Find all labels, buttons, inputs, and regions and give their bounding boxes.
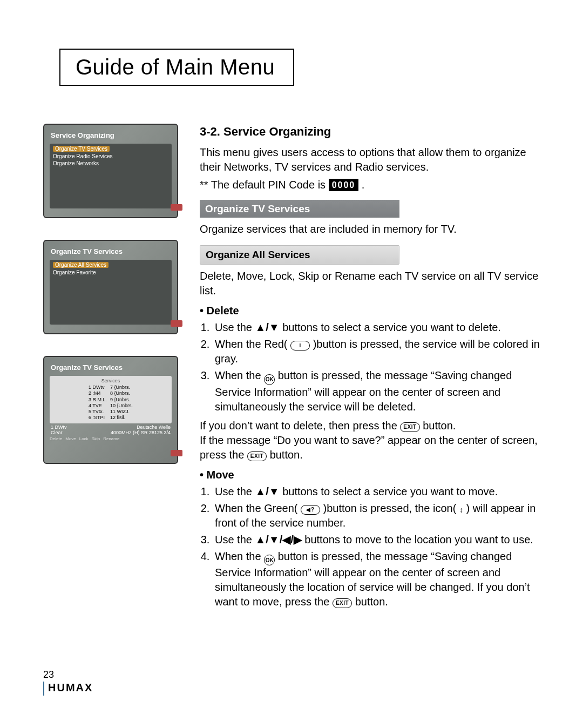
list-item: 5 TVtx. [89, 409, 107, 415]
screenshot1-item: Organize Radio Services [53, 153, 168, 160]
move-indicator-icon: ↕ [459, 506, 463, 514]
list-item: 3 R.M.L. [89, 397, 107, 403]
text: button. [270, 449, 303, 461]
screenshot3-right-col: 7 {Unbrs. 8 {Unbrs. 9 {Unbrs. 10 {Unbrs.… [110, 385, 133, 421]
list-item: 4 TVE [89, 403, 107, 409]
btn-delete: Delete [50, 436, 62, 441]
up-down-arrows-icon: ▲/▼ [255, 321, 279, 333]
text: buttons to move to the location you want… [304, 534, 533, 545]
list-item: 9 {Unbrs. [110, 397, 133, 403]
screenshot-badge [171, 450, 182, 456]
move-step-3: Use the ▲/▼/◀/▶ buttons to move to the l… [213, 532, 540, 547]
pin-prefix: ** The default PIN Code is [200, 179, 329, 191]
text: Use the [215, 486, 255, 497]
move-step-2: When the Green( ◀? )button is pressed, t… [213, 501, 540, 530]
up-down-arrows-icon: ▲/▼ [255, 486, 279, 497]
screenshot1-item-selected: Organize TV Services [53, 146, 110, 152]
screenshot-organize-tv-services-menu: Organize TV Services Organize All Servic… [43, 240, 178, 334]
intro-paragraph: This menu gives users access to options … [200, 145, 540, 174]
page-number: 23 [43, 669, 93, 680]
page-title: Guide of Main Menu [59, 49, 290, 86]
green-button-icon: ◀? [301, 505, 320, 515]
list-item: 6 :STPI [89, 415, 107, 421]
screenshot2-item: Organize Favorite [53, 269, 168, 276]
text: When the Red( [215, 338, 290, 350]
screenshots-column: Service Organizing Organize TV Services … [43, 124, 178, 611]
brand-row: HUMAX [43, 682, 93, 696]
delete-heading: Delete [200, 304, 540, 318]
list-item: 11 WIZJ. [110, 409, 133, 415]
content-columns: Service Organizing Organize TV Services … [43, 124, 540, 611]
btn-lock: Lock [79, 436, 89, 441]
btn-move: Move [65, 436, 76, 441]
ok-button-icon: OK [264, 374, 275, 385]
organize-all-text: Delete, Move, Lock, Skip or Rename each … [200, 269, 540, 298]
four-way-arrows-icon: ▲/▼/◀/▶ [255, 534, 301, 545]
brand-logo: HUMAX [48, 682, 93, 693]
screenshot3-left-col: 1 DWtv 2 :M4 3 R.M.L. 4 TVE 5 TVtx. 6 :S… [89, 385, 107, 421]
status-left: 1 DWtv Clear [51, 424, 67, 435]
page-footer: 23 HUMAX [43, 669, 93, 696]
delete-after-1: If you don’t want to delete, then press … [200, 419, 540, 433]
screenshot3-buttons: Delete Move Lock Skip Rename [44, 435, 177, 441]
delete-step-2: When the Red( i )button is pressed, the … [213, 337, 540, 366]
screenshot3-status: 1 DWtv Clear Deutsche Welle 4000MHz (H) … [44, 423, 177, 435]
text: button. [355, 596, 388, 608]
text-column: 3-2. Service Organizing This menu gives … [200, 124, 540, 611]
screenshot1-title: Service Organizing [44, 130, 177, 141]
screenshot2-item-selected: Organize All Services [53, 262, 109, 268]
title-bar: Guide of Main Menu [43, 49, 540, 86]
screenshot1-item: Organize Networks [53, 160, 168, 167]
screenshot3-body: Services 1 DWtv 2 :M4 3 R.M.L. 4 TVE 5 T… [50, 376, 172, 423]
list-item: 7 {Unbrs. [110, 385, 133, 390]
btn-skip: Skip [92, 436, 100, 441]
text: )button is pressed, the icon( [323, 502, 459, 514]
info-button-icon: i [290, 341, 310, 350]
ok-button-icon: OK [264, 555, 275, 565]
list-item: 12 fisil. [110, 415, 133, 421]
screenshot-service-organizing: Service Organizing Organize TV Services … [43, 124, 178, 218]
text: Use the [215, 534, 255, 545]
move-steps: Use the ▲/▼ buttons to select a service … [200, 484, 540, 610]
list-item: 1 DWtv [89, 385, 107, 390]
screenshot3-subtitle: Services [52, 378, 170, 383]
section-heading: 3-2. Service Organizing [200, 124, 540, 140]
heading-organize-all-services: Organize All Services [200, 245, 399, 265]
text: When the [215, 369, 264, 381]
text: When the [215, 550, 264, 562]
screenshot-badge [171, 204, 182, 211]
move-step-4: When the OK button is pressed, the messa… [213, 549, 540, 610]
text: buttons to select a service you want to … [282, 321, 501, 333]
delete-step-1: Use the ▲/▼ buttons to select a service … [213, 320, 540, 335]
exit-button-icon: EXIT [333, 598, 352, 608]
screenshot3-columns: 1 DWtv 2 :M4 3 R.M.L. 4 TVE 5 TVtx. 6 :S… [52, 385, 170, 421]
screenshot2-body: Organize All Services Organize Favorite [50, 260, 172, 325]
btn-rename: Rename [103, 436, 119, 441]
pin-paragraph: ** The default PIN Code is 0000 . [200, 178, 540, 192]
exit-button-icon: EXIT [247, 451, 267, 461]
list-item: 2 :M4 [89, 390, 107, 396]
pin-code-badge: 0000 [329, 179, 359, 192]
delete-after-2: If the message “Do you want to save?” ap… [200, 433, 540, 462]
text: button. [423, 420, 456, 432]
text: If you don’t want to delete, then press … [200, 420, 400, 432]
move-heading: Move [200, 468, 540, 482]
status-right: Deutsche Welle 4000MHz (H) SR 28125 3/4 [111, 424, 171, 435]
heading-organize-tv-services: Organize TV Services [200, 200, 399, 218]
list-item: 10 {Unbrs. [110, 403, 133, 409]
footer-rule [43, 682, 44, 696]
delete-step-3: When the OK button is pressed, the messa… [213, 368, 540, 414]
screenshot-organize-tv-services-list: Organize TV Services Services 1 DWtv 2 :… [43, 356, 178, 464]
text: Use the [215, 321, 255, 333]
title-side-rule [290, 49, 294, 86]
text: When the Green( [215, 502, 301, 514]
screenshot-badge [171, 320, 182, 327]
delete-steps: Use the ▲/▼ buttons to select a service … [200, 320, 540, 414]
screenshot3-title: Organize TV Services [44, 362, 177, 374]
screenshot1-body: Organize TV Services Organize Radio Serv… [50, 144, 172, 208]
text: buttons to select a service you want to … [282, 486, 498, 497]
exit-button-icon: EXIT [400, 422, 419, 432]
move-step-1: Use the ▲/▼ buttons to select a service … [213, 484, 540, 499]
list-item: 8 {Unbrs. [110, 390, 133, 396]
pin-suffix: . [362, 179, 365, 191]
